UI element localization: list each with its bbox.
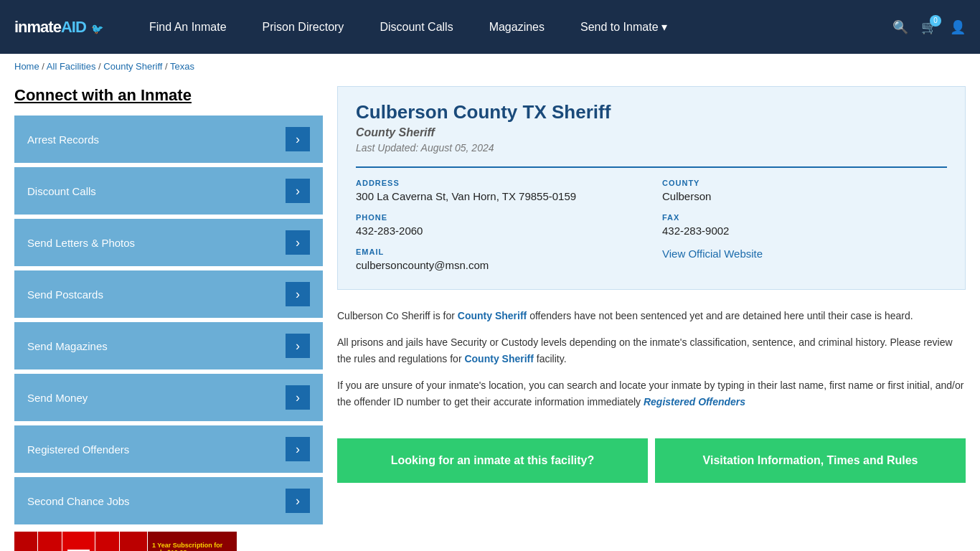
logo-text: inmateAID 🐦 bbox=[14, 18, 103, 37]
fax-label: FAX bbox=[662, 213, 947, 222]
breadcrumb-texas[interactable]: Texas bbox=[170, 61, 194, 72]
send-magazines-label: Send Magazines bbox=[27, 340, 108, 352]
facility-details: ADDRESS 300 La Caverna St, Van Horn, TX … bbox=[356, 166, 947, 271]
find-inmate-btn[interactable]: Looking for an inmate at this facility? bbox=[337, 438, 648, 483]
send-letters-label: Send Letters & Photos bbox=[27, 237, 135, 249]
arrow-icon: › bbox=[286, 282, 310, 306]
arrow-icon: › bbox=[286, 127, 310, 151]
discount-calls-label: Discount Calls bbox=[27, 185, 96, 197]
phone-label: PHONE bbox=[356, 213, 641, 222]
phone-group: PHONE 432-283-2060 bbox=[356, 213, 641, 237]
send-letters-btn[interactable]: Send Letters & Photos › bbox=[14, 219, 323, 266]
facility-updated: Last Updated: August 05, 2024 bbox=[356, 142, 947, 154]
arrow-icon: › bbox=[286, 334, 310, 358]
county-label: COUNTY bbox=[662, 179, 947, 187]
fax-value: 432-283-9002 bbox=[662, 225, 947, 237]
discount-calls-btn[interactable]: Discount Calls › bbox=[14, 167, 323, 215]
registered-offenders-link[interactable]: Registered Offenders bbox=[644, 396, 745, 408]
visitation-info-btn[interactable]: Visitation Information, Times and Rules bbox=[655, 438, 966, 483]
sidebar-title: Connect with an Inmate bbox=[14, 86, 323, 105]
breadcrumb: Home / All Facilities / County Sheriff /… bbox=[0, 54, 980, 79]
registered-offenders-btn[interactable]: Registered Offenders › bbox=[14, 425, 323, 473]
breadcrumb-all-facilities[interactable]: All Facilities bbox=[47, 61, 96, 72]
logo-bird-icon: 🐦 bbox=[91, 23, 103, 34]
ad-cover-4: Read... bbox=[120, 532, 148, 551]
desc-para-1: Culberson Co Sheriff is for County Sheri… bbox=[337, 308, 966, 324]
nav-prison-directory[interactable]: Prison Directory bbox=[245, 0, 362, 54]
address-value: 300 La Caverna St, Van Horn, TX 79855-01… bbox=[356, 190, 641, 202]
send-magazines-btn[interactable]: Send Magazines › bbox=[14, 322, 323, 369]
county-sheriff-link-2[interactable]: County Sheriff bbox=[464, 353, 533, 364]
desc-para-3: If you are unsure of your inmate's locat… bbox=[337, 377, 966, 410]
ad-cover-1: Reader'sDigest bbox=[14, 532, 38, 551]
ad-text-content: 1 Year Subscription for only $19.98 Enjo… bbox=[148, 532, 237, 551]
registered-offenders-label: Registered Offenders bbox=[27, 443, 129, 456]
ad-covers: Reader'sDigest Reader'sDigest RdReader's… bbox=[14, 532, 148, 551]
arrest-records-label: Arrest Records bbox=[27, 133, 99, 146]
email-group: EMAIL culbersoncounty@msn.com bbox=[356, 248, 641, 271]
logo[interactable]: inmateAID 🐦 bbox=[14, 18, 103, 37]
bottom-buttons: Looking for an inmate at this facility? … bbox=[337, 438, 966, 483]
ad-cover-3: Reader'sDigest bbox=[95, 532, 119, 551]
search-icon[interactable]: 🔍 bbox=[892, 19, 908, 35]
navigation: inmateAID 🐦 Find An Inmate Prison Direct… bbox=[0, 0, 980, 54]
send-postcards-label: Send Postcards bbox=[27, 288, 103, 301]
view-official-website-link[interactable]: View Official Website bbox=[662, 248, 763, 260]
facility-name: Culberson County TX Sheriff bbox=[356, 101, 947, 123]
arrow-icon: › bbox=[286, 179, 310, 203]
logo-inmate: inmate bbox=[14, 18, 61, 36]
send-money-label: Send Money bbox=[27, 392, 88, 404]
ad-cover-2: Reader'sDigest bbox=[38, 532, 62, 551]
nav-magazines[interactable]: Magazines bbox=[471, 0, 562, 54]
desc-para2-suffix: facility. bbox=[534, 353, 567, 364]
breadcrumb-county-sheriff[interactable]: County Sheriff bbox=[103, 61, 162, 72]
county-sheriff-link-1[interactable]: County Sheriff bbox=[458, 310, 527, 321]
facility-type: County Sheriff bbox=[356, 126, 947, 139]
cart-badge: 0 bbox=[930, 15, 941, 27]
fax-group: FAX 432-283-9002 bbox=[662, 213, 947, 237]
desc-para2-text: All prisons and jails have Security or C… bbox=[337, 336, 953, 364]
phone-value: 432-283-2060 bbox=[356, 225, 641, 237]
desc-para1-prefix: Culberson Co Sheriff is for bbox=[337, 310, 458, 321]
second-chance-jobs-label: Second Chance Jobs bbox=[27, 495, 130, 507]
arrow-icon: › bbox=[286, 385, 310, 410]
sidebar: Connect with an Inmate Arrest Records › … bbox=[14, 86, 323, 551]
email-label: EMAIL bbox=[356, 248, 641, 256]
desc-para-2: All prisons and jails have Security or C… bbox=[337, 334, 966, 367]
send-postcards-btn[interactable]: Send Postcards › bbox=[14, 270, 323, 318]
nav-send-to-inmate[interactable]: Send to Inmate ▾ bbox=[562, 0, 685, 54]
arrow-icon: › bbox=[286, 489, 310, 513]
cart-icon[interactable]: 🛒 0 bbox=[921, 19, 937, 35]
send-money-btn[interactable]: Send Money › bbox=[14, 374, 323, 421]
arrow-icon: › bbox=[286, 437, 310, 461]
desc-para1-suffix: offenders have not been sentenced yet an… bbox=[527, 310, 913, 321]
nav-icons: 🔍 🛒 0 👤 bbox=[892, 19, 966, 35]
breadcrumb-home[interactable]: Home bbox=[14, 61, 39, 72]
website-group: View Official Website bbox=[662, 248, 947, 271]
arrest-records-btn[interactable]: Arrest Records › bbox=[14, 116, 323, 163]
ad-cover-main: RdReader'sDigest bbox=[62, 532, 96, 551]
description-section: Culberson Co Sheriff is for County Sheri… bbox=[337, 304, 966, 424]
nav-links: Find An Inmate Prison Directory Discount… bbox=[131, 0, 892, 54]
facility-card: Culberson County TX Sheriff County Sheri… bbox=[337, 86, 966, 290]
logo-aid: AID bbox=[61, 18, 86, 36]
address-label: ADDRESS bbox=[356, 179, 641, 187]
address-group: ADDRESS 300 La Caverna St, Van Horn, TX … bbox=[356, 179, 641, 202]
ad-price: 1 Year Subscription for only $19.98 bbox=[152, 542, 232, 551]
user-icon[interactable]: 👤 bbox=[950, 19, 966, 35]
email-value: culbersoncounty@msn.com bbox=[356, 259, 641, 271]
main-container: Connect with an Inmate Arrest Records › … bbox=[0, 79, 980, 551]
ad-inner: Reader'sDigest Reader'sDigest RdReader's… bbox=[14, 532, 237, 551]
county-value: Culberson bbox=[662, 190, 947, 202]
content-area: Culberson County TX Sheriff County Sheri… bbox=[337, 86, 966, 551]
second-chance-jobs-btn[interactable]: Second Chance Jobs › bbox=[14, 477, 323, 524]
arrow-icon: › bbox=[286, 230, 310, 255]
nav-find-inmate[interactable]: Find An Inmate bbox=[131, 0, 245, 54]
nav-discount-calls[interactable]: Discount Calls bbox=[362, 0, 471, 54]
sidebar-ad[interactable]: Reader'sDigest Reader'sDigest RdReader's… bbox=[14, 532, 237, 551]
county-group: COUNTY Culberson bbox=[662, 179, 947, 202]
